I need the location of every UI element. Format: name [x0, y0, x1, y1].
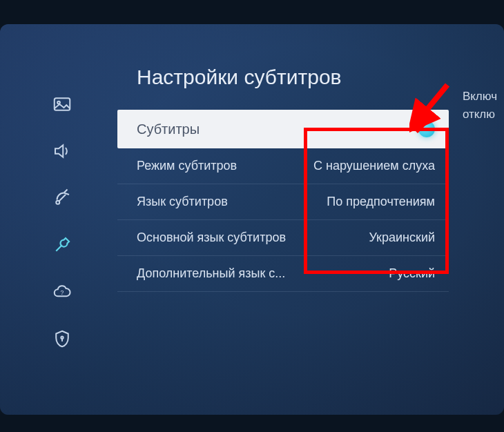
- svg-point-4: [61, 337, 63, 339]
- cloud-icon: ?: [52, 282, 72, 305]
- setting-row-mode[interactable]: Режим субтитров С нарушением слуха: [117, 148, 449, 184]
- setting-label: Язык субтитров: [137, 195, 228, 209]
- sidebar-item-picture[interactable]: [50, 93, 75, 118]
- setting-value: По предпочтениям: [327, 195, 435, 209]
- setting-label: Дополнительный язык с...: [137, 266, 285, 281]
- svg-point-2: [56, 201, 59, 204]
- settings-sidebar: ?: [41, 93, 83, 353]
- sidebar-item-support[interactable]: ?: [50, 281, 75, 306]
- subtitles-toggle-label: Субтитры: [137, 121, 200, 137]
- setting-label: Режим субтитров: [137, 159, 237, 173]
- setting-row-secondary-language[interactable]: Дополнительный язык с... Русский: [117, 256, 449, 292]
- sidebar-item-general[interactable]: [50, 234, 75, 259]
- page-title: Настройки субтитров: [137, 66, 504, 89]
- satellite-icon: [52, 188, 72, 211]
- speaker-icon: [52, 141, 72, 164]
- setting-value: Украинский: [369, 230, 435, 245]
- subtitles-toggle-row[interactable]: Субтитры: [117, 110, 449, 148]
- setting-row-primary-language[interactable]: Основной язык субтитров Украинский: [117, 220, 449, 256]
- picture-icon: [52, 94, 72, 117]
- toggle-on-icon: [418, 121, 435, 137]
- sidebar-item-sound[interactable]: [50, 140, 75, 165]
- wrench-icon: [52, 235, 72, 258]
- svg-rect-0: [55, 98, 70, 110]
- sidebar-item-broadcast[interactable]: [50, 187, 75, 212]
- setting-label: Основной язык субтитров: [137, 230, 286, 245]
- setting-row-language[interactable]: Язык субтитров По предпочтениям: [117, 184, 449, 220]
- hint-text: Включ отклю: [463, 88, 497, 123]
- hint-line-1: Включ: [463, 88, 497, 106]
- setting-value: С нарушением слуха: [313, 159, 435, 173]
- svg-text:?: ?: [61, 289, 64, 296]
- subtitle-settings-list: Режим субтитров С нарушением слуха Язык …: [117, 148, 449, 292]
- shield-icon: [52, 328, 72, 352]
- setting-value: Русский: [389, 266, 435, 281]
- hint-line-2: отклю: [463, 106, 497, 124]
- settings-content: Настройки субтитров Субтитры Режим субти…: [117, 66, 504, 292]
- sidebar-item-privacy[interactable]: [50, 328, 75, 353]
- tv-settings-screen: ? Настройки субтитров Субтитры Режим суб…: [0, 24, 504, 415]
